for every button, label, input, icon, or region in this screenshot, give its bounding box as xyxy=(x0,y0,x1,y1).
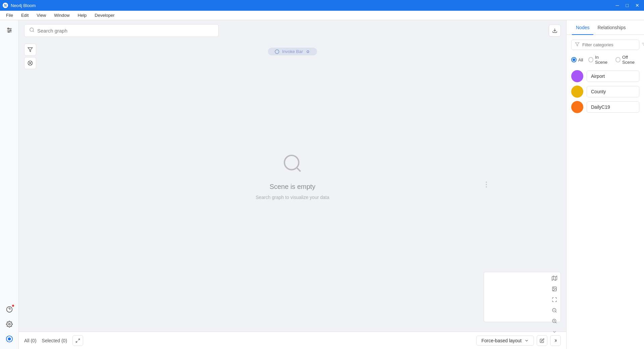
node-label-airport: Airport xyxy=(587,70,639,82)
svg-marker-20 xyxy=(552,276,557,280)
svg-line-26 xyxy=(555,311,556,312)
empty-icon xyxy=(282,153,303,179)
radio-in-scene-label: In Scene xyxy=(595,55,610,65)
radio-all-label: All xyxy=(578,57,583,62)
window-controls[interactable]: ─ □ ✕ xyxy=(614,2,641,9)
svg-point-16 xyxy=(275,50,279,54)
tab-nodes[interactable]: Nodes xyxy=(572,20,593,35)
minimap xyxy=(484,272,561,322)
title-bar-left: N Neo4j Bloom xyxy=(3,3,36,8)
radio-off-scene-label: Off Scene xyxy=(622,55,639,65)
radio-off-scene-circle xyxy=(615,57,621,62)
layout-dropdown[interactable]: Force-based layout xyxy=(476,336,534,346)
bloom-icon[interactable] xyxy=(3,333,15,345)
settings-button[interactable] xyxy=(3,318,15,330)
all-stat: All (0) xyxy=(24,338,37,343)
title-bar: N Neo4j Bloom ─ □ ✕ xyxy=(0,0,644,11)
edit-layout-button[interactable] xyxy=(537,335,547,346)
search-input[interactable] xyxy=(37,28,214,34)
divider-dot-3 xyxy=(486,186,487,188)
app-title: Neo4j Bloom xyxy=(11,3,36,8)
menu-window[interactable]: Window xyxy=(51,11,73,19)
node-list: Airport County DailyC19 xyxy=(571,70,639,113)
svg-line-10 xyxy=(33,31,34,32)
radio-all-circle xyxy=(571,57,577,62)
layout-label: Force-based layout xyxy=(481,338,522,343)
svg-point-4 xyxy=(10,30,11,31)
divider-dot-2 xyxy=(486,184,487,185)
minimap-arrow-icon[interactable] xyxy=(550,327,559,337)
empty-state: Scene is empty Search graph to visualize… xyxy=(256,153,329,200)
minimap-map-icon[interactable] xyxy=(550,273,559,283)
app-body: Invoke Bar Scene is empty Search graph t… xyxy=(0,20,644,349)
minimap-tools xyxy=(548,272,560,338)
invoke-text: Invoke Bar xyxy=(282,49,303,54)
svg-marker-34 xyxy=(575,43,579,46)
svg-line-32 xyxy=(78,339,79,340)
svg-point-9 xyxy=(30,28,34,32)
menu-edit[interactable]: Edit xyxy=(18,11,32,19)
radio-off-scene[interactable]: Off Scene xyxy=(615,55,639,65)
main-content: Invoke Bar Scene is empty Search graph t… xyxy=(19,20,566,349)
menu-bar: File Edit View Window Help Developer xyxy=(0,11,644,20)
node-item-airport[interactable]: Airport xyxy=(571,70,639,82)
filter-icon xyxy=(575,42,580,48)
minimap-fit-icon[interactable] xyxy=(550,295,559,304)
svg-point-24 xyxy=(553,288,554,289)
expand-button[interactable] xyxy=(72,335,83,346)
node-label-county: County xyxy=(587,86,639,97)
search-icon xyxy=(29,27,35,34)
svg-point-3 xyxy=(8,28,9,29)
menu-help[interactable]: Help xyxy=(74,11,90,19)
node-item-dailyc19[interactable]: DailyC19 xyxy=(571,101,639,113)
svg-line-29 xyxy=(555,322,556,323)
zoom-in-icon[interactable] xyxy=(550,316,559,326)
sliders-icon[interactable] xyxy=(3,24,15,36)
empty-subtitle: Search graph to visualize your data xyxy=(256,195,329,200)
filter-input[interactable] xyxy=(582,42,639,47)
app-icon: N xyxy=(3,3,8,8)
zoom-out-icon[interactable] xyxy=(550,306,559,315)
svg-line-19 xyxy=(297,167,301,171)
maximize-button[interactable]: □ xyxy=(624,2,631,9)
filter-funnel-icon xyxy=(641,42,644,48)
radio-group: All In Scene Off Scene xyxy=(571,55,639,65)
radio-in-scene[interactable]: In Scene xyxy=(588,55,610,65)
bottom-bar: All (0) Selected (0) Force-based layout xyxy=(19,332,566,349)
menu-file[interactable]: File xyxy=(3,11,16,19)
node-dot-county xyxy=(571,86,583,98)
close-button[interactable]: ✕ xyxy=(633,2,641,9)
filter-row[interactable] xyxy=(571,40,639,50)
panel-tabs: Nodes Relationships xyxy=(567,20,644,35)
panel-divider[interactable] xyxy=(484,182,488,188)
svg-point-18 xyxy=(284,155,299,170)
notification-dot xyxy=(11,304,15,307)
left-sidebar xyxy=(0,20,19,349)
radio-all[interactable]: All xyxy=(571,57,583,62)
divider-dot-1 xyxy=(486,182,487,183)
minimap-image-icon[interactable] xyxy=(550,284,559,294)
svg-point-8 xyxy=(8,323,10,325)
menu-developer[interactable]: Developer xyxy=(91,11,118,19)
download-button[interactable] xyxy=(549,24,561,37)
svg-point-17 xyxy=(307,51,309,53)
svg-line-33 xyxy=(76,341,77,342)
search-box[interactable] xyxy=(24,24,219,37)
right-panel: Nodes Relationships xyxy=(566,20,644,349)
radio-in-scene-circle xyxy=(588,57,593,62)
search-area xyxy=(19,20,566,41)
node-label-dailyc19: DailyC19 xyxy=(587,101,639,113)
node-dot-airport xyxy=(571,70,583,82)
node-dot-dailyc19 xyxy=(571,101,583,113)
minimize-button[interactable]: ─ xyxy=(614,2,621,9)
help-button[interactable] xyxy=(3,303,15,315)
panel-content: All In Scene Off Scene Airport xyxy=(567,35,644,349)
selected-stat: Selected (0) xyxy=(42,338,67,343)
menu-view[interactable]: View xyxy=(33,11,49,19)
invoke-bar[interactable]: Invoke Bar xyxy=(268,48,317,55)
svg-point-5 xyxy=(8,31,9,32)
empty-title: Scene is empty xyxy=(270,183,316,191)
node-item-county[interactable]: County xyxy=(571,86,639,98)
tab-relationships[interactable]: Relationships xyxy=(593,20,630,35)
